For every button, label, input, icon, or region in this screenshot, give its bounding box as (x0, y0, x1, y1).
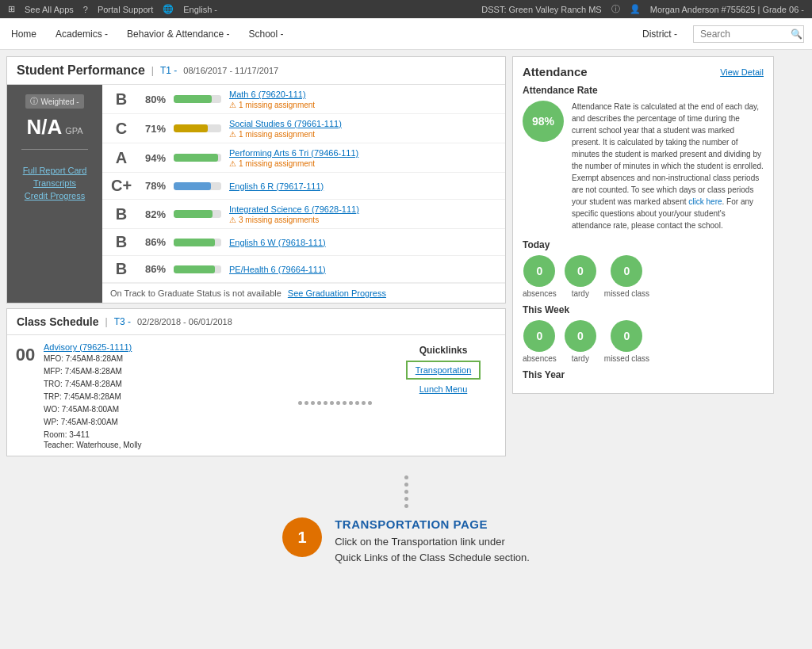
question-icon: ? (83, 5, 88, 14)
nav-school[interactable]: School - (245, 29, 286, 40)
transportation-button[interactable]: Transportation (406, 361, 481, 380)
nav-home[interactable]: Home (8, 29, 40, 40)
gpa-sidebar: ⓘ Weighted - N/A GPA Full Report Card Tr… (7, 85, 505, 303)
today-missed-bubble: 0 (611, 255, 642, 287)
search-input[interactable] (700, 29, 787, 40)
class-schedule-card: Class Schedule | T3 - 02/28/2018 - 06/01… (6, 308, 506, 456)
this-week-stats: 0 absences 0 tardy 0 missed class (523, 320, 764, 363)
rate-row: 98% Attendance Rate is calculated at the… (523, 101, 764, 231)
today-tardy-bubble: 0 (565, 255, 596, 287)
schedule-times: MFO: 7:45AM-8:28AM MFP: 7:45AM-8:28AM TR… (44, 353, 282, 429)
student-performance-card: Student Performance | T1 - 08/16/2017 - … (6, 56, 506, 304)
click-here-link[interactable]: click here (688, 197, 722, 206)
lunch-menu-link[interactable]: Lunch Menu (419, 384, 468, 394)
credit-progress-link[interactable]: Credit Progress (25, 191, 85, 200)
course-link[interactable]: English 6 R (79617-111) (229, 181, 324, 191)
today-absences: 0 absences (523, 255, 557, 298)
table-row: A 94% Performing Arts 6 Tri (79466-111) … (102, 143, 505, 173)
quicklinks-section: Quicklinks Transportation Lunch Menu (388, 342, 499, 449)
nav-behavior-attendance[interactable]: Behavior & Attendance - (124, 29, 232, 40)
left-panel: Student Performance | T1 - 08/16/2017 - … (6, 56, 506, 456)
today-stats: 0 absences 0 tardy 0 missed class (523, 255, 764, 298)
course-link[interactable]: Math 6 (79620-111) (229, 90, 306, 99)
week-tardy-bubble: 0 (565, 320, 596, 352)
search-box[interactable]: 🔍 (693, 25, 804, 43)
week-tardy: 0 tardy (565, 320, 596, 363)
language-label[interactable]: English - (183, 5, 217, 14)
week-absences: 0 absences (523, 320, 557, 363)
today-tardy: 0 tardy (565, 255, 596, 298)
today-absences-bubble: 0 (523, 255, 555, 287)
week-missed-label: missed class (604, 354, 649, 363)
portal-support-link[interactable]: Portal Support (98, 5, 153, 14)
course-link[interactable]: Social Studies 6 (79661-111) (229, 119, 342, 128)
nav-academics[interactable]: Academics - (52, 29, 111, 40)
schedule-dates: 02/28/2018 - 06/01/2018 (137, 317, 232, 326)
instruction-title: TRANSPORTATION PAGE (335, 517, 530, 531)
schedule-term[interactable]: T3 - (114, 316, 131, 327)
quicklinks-title: Quicklinks (419, 345, 468, 356)
attendance-card: Attendance View Detail Attendance Rate 9… (512, 56, 774, 394)
transcripts-link[interactable]: Transcripts (33, 178, 76, 188)
table-row: B 86% English 6 W (79618-111) (102, 229, 505, 256)
dots-divider (298, 342, 372, 449)
grades-table: B 80% Math 6 (79620-111) ⚠1 missing assi… (102, 85, 505, 303)
gpa-panel: ⓘ Weighted - N/A GPA Full Report Card Tr… (7, 85, 102, 303)
instruction-area: 1 TRANSPORTATION PAGE Click on the Trans… (0, 463, 812, 578)
schedule-left: 00 Advisory (79625-1111) MFO: 7:45AM-8:2… (13, 342, 282, 449)
dots-vertical (404, 475, 408, 508)
schedule-header: Class Schedule | T3 - 02/28/2018 - 06/01… (7, 309, 505, 335)
step-circle: 1 (282, 517, 322, 557)
course-link[interactable]: Performing Arts 6 Tri (79466-111) (229, 148, 358, 158)
perf-header: Student Performance | T1 - 08/16/2017 - … (7, 57, 505, 85)
user-info: Morgan Anderson #755625 | Grade 06 - (650, 5, 804, 14)
instruction-body: Click on the Transportation link under Q… (335, 534, 530, 565)
gpa-links: Full Report Card Transcripts Credit Prog… (23, 166, 87, 200)
gpa-text: GPA (65, 126, 82, 136)
schedule-title: Class Schedule (17, 315, 99, 328)
teacher-info: Teacher: Waterhouse, Molly (44, 441, 282, 449)
today-tardy-label: tardy (572, 289, 589, 298)
see-all-apps-link[interactable]: See All Apps (25, 5, 74, 14)
perf-dates: 08/16/2017 - 11/17/2017 (183, 66, 278, 75)
weighted-label[interactable]: ⓘ Weighted - (25, 94, 83, 109)
week-absences-label: absences (523, 354, 557, 363)
perf-term[interactable]: T1 - (160, 65, 177, 76)
week-tardy-label: tardy (572, 354, 589, 363)
top-bar: ⊞ See All Apps ? Portal Support 🌐 Englis… (0, 0, 812, 18)
attendance-header: Attendance View Detail (523, 65, 764, 78)
room-info: Room: 3-411 (44, 430, 282, 439)
today-label: Today (523, 239, 764, 250)
this-week-label: This Week (523, 304, 764, 315)
attendance-rate-title: Attendance Rate (523, 85, 764, 96)
attendance-rate-bubble: 98% (523, 101, 564, 142)
course-schedule-link[interactable]: Advisory (79625-1111) (44, 342, 132, 352)
week-missed: 0 missed class (604, 320, 649, 363)
today-absences-label: absences (523, 289, 557, 298)
attendance-title: Attendance (523, 65, 588, 78)
course-link[interactable]: English 6 W (79618-111) (229, 238, 326, 247)
this-year-label: This Year (523, 369, 764, 380)
full-report-card-link[interactable]: Full Report Card (23, 166, 87, 175)
schedule-body: 00 Advisory (79625-1111) MFO: 7:45AM-8:2… (7, 335, 505, 456)
right-panel: Attendance View Detail Attendance Rate 9… (512, 56, 774, 456)
on-track-section: On Track to Graduate Status is not avail… (102, 283, 505, 303)
instruction-row: 1 TRANSPORTATION PAGE Click on the Trans… (282, 517, 530, 565)
nav-bar: Home Academics - Behavior & Attendance -… (0, 18, 812, 50)
info-icon: ⓘ (611, 3, 620, 15)
school-info: DSST: Green Valley Ranch MS (481, 5, 601, 14)
table-row: B 82% Integrated Science 6 (79628-111) ⚠… (102, 200, 505, 229)
course-link[interactable]: PE/Health 6 (79664-111) (229, 265, 326, 274)
table-row: B 80% Math 6 (79620-111) ⚠1 missing assi… (102, 85, 505, 114)
nav-district[interactable]: District - (639, 29, 680, 40)
see-graduation-link[interactable]: See Graduation Progress (288, 288, 386, 298)
period-number: 00 (13, 342, 37, 449)
view-detail-link[interactable]: View Detail (720, 67, 764, 77)
user-icon: 👤 (630, 4, 641, 14)
week-absences-bubble: 0 (523, 320, 555, 352)
course-link[interactable]: Integrated Science 6 (79628-111) (229, 204, 359, 214)
week-missed-bubble: 0 (611, 320, 642, 352)
search-icon: 🔍 (791, 29, 802, 40)
attendance-rate-desc: Attendance Rate is calculated at the end… (572, 101, 764, 231)
grid-icon: ⊞ (8, 4, 15, 14)
